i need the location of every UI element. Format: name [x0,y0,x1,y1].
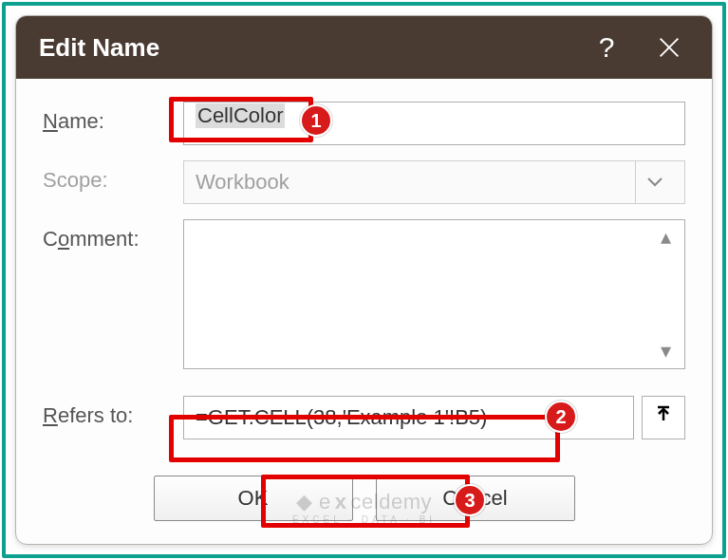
scope-row: Scope: Workbook [43,160,685,204]
chevron-down-icon [635,161,673,203]
name-input-value: CellColor [196,103,285,128]
close-icon [656,34,682,61]
refers-row: Refers to: =GET.CELL(38,'Example 1'!B5) [43,396,685,439]
title-bar: Edit Name ? [16,16,712,79]
scroll-up-icon[interactable]: ▴ [652,224,679,251]
cancel-button[interactable]: Cancel [376,476,575,521]
comment-label: Comment: [43,219,183,252]
dialog-body: Name: CellColor Scope: Workbook [16,79,712,458]
name-label: Name: [43,102,183,134]
dialog-title: Edit Name [39,33,575,63]
collapse-icon [654,405,673,430]
scope-label: Scope: [43,160,183,193]
scope-select: Workbook [183,160,685,204]
comment-row: Comment: ▴ ▾ [43,219,685,369]
name-input[interactable]: CellColor [183,102,685,145]
refers-to-value: =GET.CELL(38,'Example 1'!B5) [196,405,487,430]
refers-label: Refers to: [43,396,183,428]
ok-button[interactable]: OK [154,476,353,521]
outer-frame: Edit Name ? Name: CellColor [2,2,726,558]
scroll-down-icon[interactable]: ▾ [652,338,679,364]
scope-value: Workbook [196,170,289,195]
button-row: OK Cancel [16,458,712,542]
edit-name-dialog: Edit Name ? Name: CellColor [15,15,713,545]
name-row: Name: CellColor [43,102,685,145]
help-button[interactable]: ? [575,16,638,79]
comment-textarea[interactable]: ▴ ▾ [183,219,685,369]
collapse-dialog-button[interactable] [642,396,685,439]
refers-to-input[interactable]: =GET.CELL(38,'Example 1'!B5) [183,396,634,439]
close-button[interactable] [638,16,700,79]
